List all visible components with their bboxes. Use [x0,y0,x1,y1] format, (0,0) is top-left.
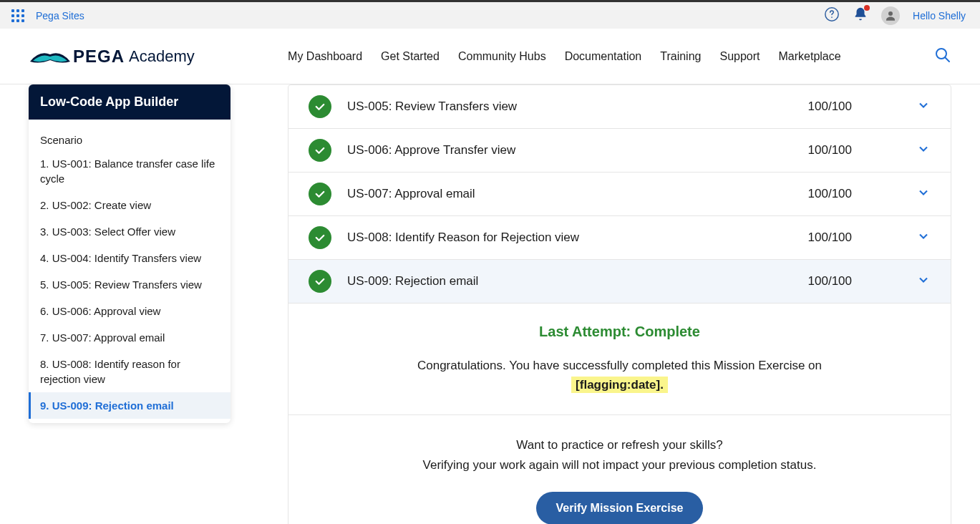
chevron-down-icon[interactable] [916,273,931,290]
sidebar: Low-Code App Builder Scenario 1. US-001:… [29,84,231,423]
result-name: US-008: Identify Reason for Rejection vi… [347,231,808,245]
result-row-us006[interactable]: US-006: Approve Transfer view 100/100 [288,129,951,173]
main-header: PEGA Academy My Dashboard Get Started Co… [0,29,980,84]
status-block: Last Attempt: Complete Congratulations. … [288,304,951,394]
content-area: Low-Code App Builder Scenario 1. US-001:… [0,84,980,524]
pega-sites-link[interactable]: Pega Sites [36,10,84,21]
notification-dot [864,5,870,11]
top-bar-right: Hello Shelly [824,6,966,25]
sidebar-item-us008[interactable]: 8. US-008: Identify reason for rejection… [29,351,231,392]
help-icon[interactable] [824,6,840,25]
practice-text: Want to practice or refresh your skills?… [317,435,922,474]
svg-point-2 [888,11,893,16]
attempt-status: Last Attempt: Complete [317,324,922,340]
sidebar-item-us004[interactable]: 4. US-004: Identify Transfers view [29,245,231,271]
result-score: 100/100 [808,143,852,157]
nav-community-hubs[interactable]: Community Hubs [458,50,546,63]
user-greeting[interactable]: Hello Shelly [913,10,966,21]
avatar[interactable] [881,6,900,25]
sidebar-scenario-label[interactable]: Scenario [29,127,231,150]
practice-block: Want to practice or refresh your skills?… [288,415,951,524]
sidebar-item-us009[interactable]: 9. US-009: Rejection email [29,392,231,419]
pega-logo-icon [29,47,72,66]
check-icon [309,95,331,118]
practice-question: Want to practice or refresh your skills? [516,438,722,452]
result-name: US-006: Approve Transfer view [347,143,808,157]
svg-point-1 [831,16,833,18]
flagged-date: [flagging:date]. [571,377,668,393]
result-name: US-009: Rejection email [347,274,808,288]
nav-dashboard[interactable]: My Dashboard [288,50,362,63]
nav-training[interactable]: Training [660,50,701,63]
chevron-down-icon[interactable] [916,185,931,203]
congrats-line1: Congratulations. You have successfully c… [417,359,822,372]
logo[interactable]: PEGA Academy [29,47,195,67]
main-panel: US-005: Review Transfers view 100/100 US… [288,84,951,524]
svg-line-4 [945,57,949,62]
result-score: 100/100 [808,187,852,201]
check-icon [309,183,331,205]
nav-documentation[interactable]: Documentation [565,50,642,63]
sidebar-item-us007[interactable]: 7. US-007: Approval email [29,324,231,351]
result-name: US-005: Review Transfers view [347,100,808,114]
result-score: 100/100 [808,274,852,288]
check-icon [309,139,331,162]
logo-subtext: Academy [129,47,195,66]
sidebar-item-us005[interactable]: 5. US-005: Review Transfers view [29,271,231,298]
apps-grid-icon[interactable] [7,5,29,26]
results-card: US-005: Review Transfers view 100/100 US… [288,84,951,524]
result-score: 100/100 [808,100,852,114]
top-utility-bar: Pega Sites Hello Shelly [0,0,980,29]
search-icon[interactable] [934,47,951,67]
verify-mission-button[interactable]: Verify Mission Exercise [536,492,704,524]
chevron-down-icon[interactable] [916,98,931,115]
top-bar-left: Pega Sites [7,5,84,26]
practice-note: Verifying your work again will not impac… [423,458,817,472]
sidebar-body: Scenario 1. US-001: Balance transfer cas… [29,120,231,423]
sidebar-item-us001[interactable]: 1. US-001: Balance transfer case life cy… [29,150,231,192]
result-row-us008[interactable]: US-008: Identify Reason for Rejection vi… [288,216,951,260]
nav-support[interactable]: Support [719,50,760,63]
sidebar-item-us003[interactable]: 3. US-003: Select Offer view [29,218,231,245]
chevron-down-icon[interactable] [916,229,931,246]
chevron-down-icon[interactable] [916,142,931,159]
result-row-us009[interactable]: US-009: Rejection email 100/100 [288,260,951,304]
result-score: 100/100 [808,231,852,245]
sidebar-title: Low-Code App Builder [29,84,231,120]
check-icon [309,226,331,249]
congrats-text: Congratulations. You have successfully c… [317,356,922,394]
check-icon [309,270,331,293]
main-nav: My Dashboard Get Started Community Hubs … [288,50,841,63]
result-row-us007[interactable]: US-007: Approval email 100/100 [288,173,951,216]
sidebar-item-us006[interactable]: 6. US-006: Approval view [29,298,231,324]
nav-marketplace[interactable]: Marketplace [779,50,841,63]
sidebar-item-us002[interactable]: 2. US-002: Create view [29,192,231,218]
nav-get-started[interactable]: Get Started [381,50,440,63]
result-name: US-007: Approval email [347,187,808,201]
result-row-us005[interactable]: US-005: Review Transfers view 100/100 [288,85,951,129]
notifications-icon[interactable] [853,6,868,25]
logo-text: PEGA [73,47,125,67]
